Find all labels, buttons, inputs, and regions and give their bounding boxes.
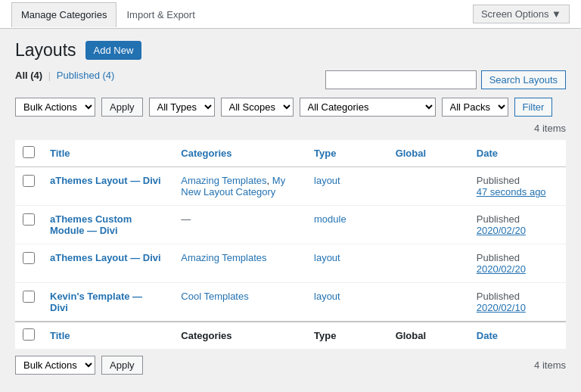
row1-global-cell <box>388 167 469 206</box>
row4-cat-link[interactable]: Cool Templates <box>181 291 248 302</box>
header-checkbox-cell <box>15 140 42 167</box>
row2-categories-cell: — <box>173 206 306 244</box>
filter-packs-select[interactable]: All Packs <box>442 98 508 117</box>
separator: | <box>48 70 51 81</box>
bottom-bulk-actions-bar: Bulk Actions Apply 4 items <box>15 356 566 375</box>
table-footer-header-row: Title Categories Type Global Date <box>15 322 566 350</box>
filter-scopes-select[interactable]: All Scopes <box>221 98 294 117</box>
footer-header-categories: Categories <box>173 322 306 350</box>
row1-checkbox[interactable] <box>23 175 35 187</box>
row3-date-cell: Published 2020/02/20 <box>469 244 566 283</box>
header-title[interactable]: Title <box>42 140 173 167</box>
top-items-count: 4 items <box>534 123 566 134</box>
filter-links: All (4) | Published (4) <box>15 70 114 81</box>
row1-title-cell: aThemes Layout — Divi <box>42 167 173 206</box>
row1-type-cell: layout <box>306 167 388 206</box>
table-row: Kevin's Template —Divi Cool Templates la… <box>15 283 566 322</box>
row2-type-link[interactable]: module <box>314 213 346 225</box>
bottom-apply-button[interactable]: Apply <box>101 356 143 375</box>
row3-type-cell: layout <box>306 244 388 283</box>
page-header: Layouts Add New <box>15 40 566 61</box>
row1-checkbox-cell <box>15 167 42 206</box>
search-area: Search Layouts <box>325 70 566 89</box>
row1-categories-cell: Amazing Templates, My New Layout Categor… <box>173 167 306 206</box>
main-content: Layouts Add New All (4) | Published (4) … <box>0 29 581 390</box>
top-apply-button[interactable]: Apply <box>101 98 143 117</box>
row2-type-cell: module <box>306 206 388 244</box>
header-type: Type <box>306 140 388 167</box>
row2-date-cell: Published 2020/02/20 <box>469 206 566 244</box>
header-categories: Categories <box>173 140 306 167</box>
row3-date-status: Published <box>477 252 520 263</box>
row2-date-status: Published <box>477 213 520 225</box>
row3-date-value[interactable]: 2020/02/20 <box>477 263 526 275</box>
nav-tabs: Manage Categories Import & Export <box>11 2 205 26</box>
footer-select-all-checkbox[interactable] <box>23 328 35 341</box>
row1-cat1-link[interactable]: Amazing Templates <box>181 175 266 186</box>
row1-date-cell: Published 47 seconds ago <box>469 167 566 206</box>
row2-categories-dash: — <box>181 213 191 225</box>
row4-type-link[interactable]: layout <box>314 291 340 302</box>
footer-header-type: Type <box>306 322 388 350</box>
top-bulk-actions-bar: Bulk Actions Apply All Types layout modu… <box>15 98 566 134</box>
filter-categories-select[interactable]: All Categories Amazing Templates Cool Te… <box>300 98 436 117</box>
layouts-table: Title Categories Type Global Date aTheme… <box>15 140 566 350</box>
row3-title-cell: aThemes Layout — Divi <box>42 244 173 283</box>
row3-categories-cell: Amazing Templates <box>173 244 306 283</box>
row1-type-link[interactable]: layout <box>314 175 340 186</box>
footer-header-title[interactable]: Title <box>42 322 173 350</box>
row4-global-cell <box>388 283 469 322</box>
bottom-bulk-actions-select[interactable]: Bulk Actions <box>15 356 95 375</box>
row2-title-link[interactable]: aThemes Custom Module — Divi <box>50 213 132 236</box>
row4-date-cell: Published 2020/02/10 <box>469 283 566 322</box>
row3-cat-link[interactable]: Amazing Templates <box>181 252 266 263</box>
footer-header-date[interactable]: Date <box>469 322 566 350</box>
bottom-items-count: 4 items <box>534 359 566 371</box>
top-bulk-actions-select[interactable]: Bulk Actions <box>15 98 95 117</box>
row3-global-cell <box>388 244 469 283</box>
row3-checkbox-cell <box>15 244 42 283</box>
header-date[interactable]: Date <box>469 140 566 167</box>
row2-checkbox-cell <box>15 206 42 244</box>
table-row: aThemes Custom Module — Divi — module Pu… <box>15 206 566 244</box>
footer-header-global: Global <box>388 322 469 350</box>
row4-categories-cell: Cool Templates <box>173 283 306 322</box>
filter-published-link[interactable]: Published (4) <box>57 70 115 81</box>
screen-options-button[interactable]: Screen Options ▼ <box>473 5 570 23</box>
row2-title-cell: aThemes Custom Module — Divi <box>42 206 173 244</box>
row4-title-link[interactable]: Kevin's Template —Divi <box>50 291 142 313</box>
row4-title-cell: Kevin's Template —Divi <box>42 283 173 322</box>
row1-date-value[interactable]: 47 seconds ago <box>477 186 546 198</box>
table-header-row: Title Categories Type Global Date <box>15 140 566 167</box>
filter-button[interactable]: Filter <box>514 98 553 117</box>
table-row: aThemes Layout — Divi Amazing Templates … <box>15 244 566 283</box>
row4-checkbox[interactable] <box>23 291 35 303</box>
row2-global-cell <box>388 206 469 244</box>
table-row: aThemes Layout — Divi Amazing Templates,… <box>15 167 566 206</box>
row2-checkbox[interactable] <box>23 213 35 226</box>
row3-checkbox[interactable] <box>23 252 35 264</box>
footer-checkbox-cell <box>15 322 42 350</box>
search-layouts-button[interactable]: Search Layouts <box>481 70 566 89</box>
add-new-button[interactable]: Add New <box>85 41 142 60</box>
search-layouts-input[interactable] <box>325 70 477 89</box>
row4-type-cell: layout <box>306 283 388 322</box>
nav-tab-manage-categories[interactable]: Manage Categories <box>11 2 117 27</box>
row2-date-value[interactable]: 2020/02/20 <box>477 225 526 236</box>
row3-title-link[interactable]: aThemes Layout — Divi <box>50 252 161 263</box>
row4-date-status: Published <box>477 291 520 302</box>
row1-title-link[interactable]: aThemes Layout — Divi <box>50 175 161 186</box>
header-global: Global <box>388 140 469 167</box>
page-title: Layouts <box>15 40 76 61</box>
filter-all-link[interactable]: All (4) <box>15 70 42 81</box>
row1-date-status: Published <box>477 175 520 186</box>
row4-checkbox-cell <box>15 283 42 322</box>
row3-type-link[interactable]: layout <box>314 252 340 263</box>
top-navigation: Manage Categories Import & Export Screen… <box>0 0 581 29</box>
nav-tab-import-export[interactable]: Import & Export <box>117 2 204 26</box>
select-all-checkbox[interactable] <box>23 146 35 158</box>
filter-types-select[interactable]: All Types layout module <box>149 98 215 117</box>
row4-date-value[interactable]: 2020/02/10 <box>477 302 526 313</box>
